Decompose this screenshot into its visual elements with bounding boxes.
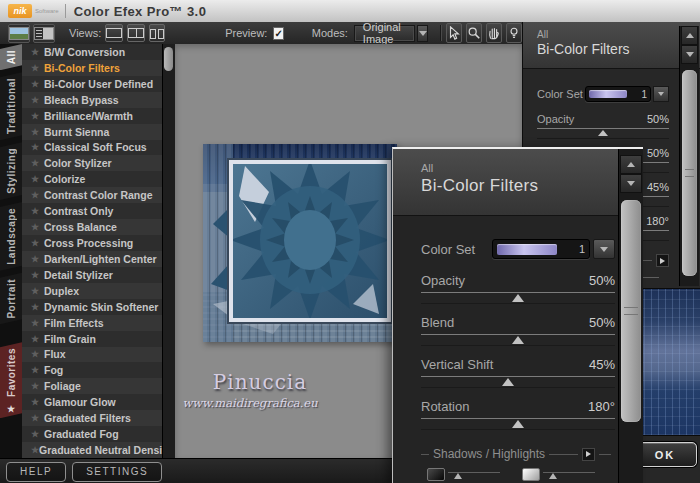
filter-list-item[interactable]: ★ Glamour Glow xyxy=(22,394,162,410)
split-view-button[interactable] xyxy=(127,24,145,42)
slider-thumb[interactable] xyxy=(512,420,524,428)
slider-thumb[interactable] xyxy=(502,378,514,386)
star-icon[interactable]: ★ xyxy=(31,286,44,296)
star-icon[interactable]: ★ xyxy=(31,127,44,137)
color-set-dropdown-button[interactable] xyxy=(653,86,669,102)
filter-list-item[interactable]: ★ Film Effects xyxy=(22,315,162,331)
filter-list-item[interactable]: ★ Graduated Filters xyxy=(22,410,162,426)
expand-section-button[interactable] xyxy=(656,254,669,267)
category-tab[interactable]: Portrait xyxy=(0,273,22,325)
preview-checkbox[interactable]: ✓ xyxy=(273,27,283,40)
star-icon[interactable]: ★ xyxy=(31,95,44,105)
modes-dropdown[interactable]: Original Image xyxy=(354,25,416,42)
mini-slider-thumb[interactable] xyxy=(454,473,462,479)
scroll-down-button[interactable] xyxy=(620,174,642,193)
filter-list-item[interactable]: ★ Graduated Fog xyxy=(22,426,162,442)
star-icon[interactable]: ★ xyxy=(31,302,44,312)
panel-scrollbar[interactable] xyxy=(679,26,699,286)
color-set-dropdown-button[interactable] xyxy=(593,239,615,259)
settings-button[interactable]: SETTINGS xyxy=(72,462,162,482)
filter-list-item[interactable]: ★ Brilliance/Warmth xyxy=(22,108,162,124)
modes-dropdown-button[interactable] xyxy=(417,25,428,42)
star-icon[interactable]: ★ xyxy=(31,142,44,152)
color-set-field[interactable]: 1 xyxy=(492,239,590,259)
scrollbar-thumb[interactable] xyxy=(164,47,173,71)
category-tab[interactable]: Traditional xyxy=(0,72,22,140)
filter-list-item[interactable]: ★ Bi-Color User Defined xyxy=(22,76,162,92)
color-set-field[interactable]: 1 xyxy=(585,86,651,102)
star-icon[interactable]: ★ xyxy=(31,365,44,375)
category-tab[interactable]: Landscape xyxy=(0,202,22,271)
star-icon[interactable]: ★ xyxy=(31,270,44,280)
slider-thumb[interactable] xyxy=(598,130,608,136)
star-icon[interactable]: ★ xyxy=(31,349,44,359)
compare-view-button[interactable] xyxy=(33,24,55,43)
slider-track[interactable] xyxy=(421,376,615,387)
filter-list-item[interactable]: ★ Dynamic Skin Softener xyxy=(22,299,162,315)
slider-thumb[interactable] xyxy=(512,336,524,344)
filter-list-item[interactable]: ★ Foliage xyxy=(22,378,162,394)
filter-list-item[interactable]: ★ Flux xyxy=(22,347,162,363)
single-view-button[interactable] xyxy=(105,24,123,42)
star-icon[interactable]: ★ xyxy=(31,206,44,216)
lightbulb-tool-button[interactable] xyxy=(506,23,522,43)
star-icon[interactable]: ★ xyxy=(31,111,44,121)
select-tool-button[interactable] xyxy=(446,23,462,43)
scroll-up-button[interactable] xyxy=(620,155,642,174)
filter-list-item[interactable]: ★ B/W Conversion xyxy=(22,44,162,60)
star-icon[interactable]: ★ xyxy=(31,254,44,264)
star-icon[interactable]: ★ xyxy=(31,238,44,248)
category-tab[interactable]: All xyxy=(0,44,22,70)
star-icon[interactable]: ★ xyxy=(31,397,44,407)
side-by-side-view-button[interactable] xyxy=(149,24,165,42)
mini-slider-track[interactable] xyxy=(543,472,595,473)
star-icon[interactable]: ★ xyxy=(31,445,39,455)
star-icon[interactable]: ★ xyxy=(31,334,44,344)
filter-list-item[interactable]: ★ Color Stylizer xyxy=(22,155,162,171)
filter-list-item[interactable]: ★ Classical Soft Focus xyxy=(22,140,162,156)
category-tab[interactable]: Favorites ★ xyxy=(0,342,22,418)
filter-list-item[interactable]: ★ Burnt Sienna xyxy=(22,124,162,140)
mini-slider-track[interactable] xyxy=(448,472,500,473)
pan-tool-button[interactable] xyxy=(486,23,502,43)
star-icon[interactable]: ★ xyxy=(31,429,44,439)
slider-track[interactable] xyxy=(421,334,615,345)
slider-thumb[interactable] xyxy=(512,294,524,302)
filter-list-item[interactable]: ★ Contrast Only xyxy=(22,203,162,219)
filter-list-item[interactable]: ★ Cross Balance xyxy=(22,219,162,235)
slider-track[interactable] xyxy=(421,418,615,429)
star-icon[interactable]: ★ xyxy=(31,47,44,57)
star-icon[interactable]: ★ xyxy=(31,318,44,328)
star-icon[interactable]: ★ xyxy=(31,158,44,168)
filter-list-item[interactable]: ★ Detail Stylizer xyxy=(22,267,162,283)
filter-list-item[interactable]: ★ Colorize xyxy=(22,171,162,187)
star-icon[interactable]: ★ xyxy=(31,190,44,200)
scroll-up-button[interactable] xyxy=(681,26,698,45)
slider-track[interactable] xyxy=(537,128,669,138)
mini-slider-thumb[interactable] xyxy=(549,473,557,479)
scrollbar-thumb[interactable] xyxy=(682,70,697,276)
panel-scrollbar[interactable] xyxy=(618,149,643,483)
filter-list-item[interactable]: ★ Film Grain xyxy=(22,331,162,347)
expand-section-button[interactable] xyxy=(582,448,595,461)
filter-list-item[interactable]: ★ Darken/Lighten Center xyxy=(22,251,162,267)
help-button[interactable]: HELP xyxy=(6,462,66,482)
star-icon[interactable]: ★ xyxy=(31,222,44,232)
image-preview-button[interactable] xyxy=(8,24,30,43)
star-icon[interactable]: ★ xyxy=(31,63,44,73)
star-icon[interactable]: ★ xyxy=(31,79,44,89)
filter-list-item[interactable]: ★ Contrast Color Range xyxy=(22,187,162,203)
filter-list-item[interactable]: ★ Fog xyxy=(22,362,162,378)
filter-list-item[interactable]: ★ Cross Processing xyxy=(22,235,162,251)
category-tab[interactable]: Stylizing xyxy=(0,142,22,200)
star-icon[interactable]: ★ xyxy=(31,413,44,423)
scroll-down-button[interactable] xyxy=(681,45,698,64)
star-icon[interactable]: ★ xyxy=(31,174,44,184)
zoom-tool-button[interactable] xyxy=(466,23,482,43)
filter-list-item[interactable]: ★ Bi-Color Filters xyxy=(22,60,162,76)
filter-list-item[interactable]: ★ Duplex xyxy=(22,283,162,299)
slider-track[interactable] xyxy=(421,292,615,303)
filter-list-item[interactable]: ★ Bleach Bypass xyxy=(22,92,162,108)
scrollbar-thumb[interactable] xyxy=(621,200,641,422)
filter-list-item[interactable]: ★ Graduated Neutral Density xyxy=(22,442,162,458)
